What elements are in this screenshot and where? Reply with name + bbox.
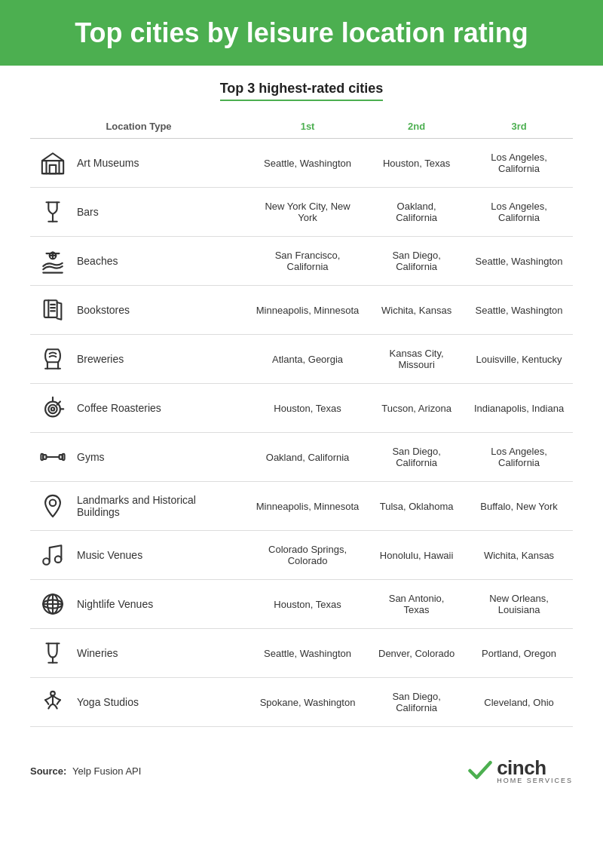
rank-3-nightlife-venues: New Orleans, Louisiana <box>465 580 573 629</box>
table-row: Music VenuesColorado Springs, ColoradoHo… <box>30 531 573 580</box>
rank-1-yoga-studios: Spokane, Washington <box>247 678 368 727</box>
rank-1-gyms: Oakland, California <box>247 433 368 482</box>
rank-1-art-museums: Seattle, Washington <box>247 139 368 188</box>
location-cell-bookstores: Bookstores <box>30 286 247 335</box>
rank-2-art-museums: Houston, Texas <box>368 139 465 188</box>
bookstores-icon <box>38 295 68 325</box>
table-row: BarsNew York City, New YorkOakland, Cali… <box>30 188 573 237</box>
rank-2-bars: Oakland, California <box>368 188 465 237</box>
cinch-logo: cinch HOME SERVICES <box>467 757 573 784</box>
yoga-studios-icon <box>38 687 68 717</box>
nightlife-venues-icon <box>38 589 68 619</box>
rank-2-music-venues: Honolulu, Hawaii <box>368 531 465 580</box>
location-cell-yoga-studios: Yoga Studios <box>30 678 247 727</box>
beaches-icon <box>38 246 68 276</box>
table-row: WineriesSeattle, WashingtonDenver, Color… <box>30 629 573 678</box>
footer: Source: Yelp Fusion API cinch HOME SERVI… <box>0 750 603 799</box>
coffee-roasteries-icon <box>38 393 68 423</box>
location-name-wineries: Wineries <box>77 647 118 659</box>
rank-3-bookstores: Seattle, Washington <box>465 286 573 335</box>
rank-2-wineries: Denver, Colorado <box>368 629 465 678</box>
location-cell-art-museums: Art Museums <box>30 139 247 188</box>
bars-icon <box>38 197 68 227</box>
svg-line-24 <box>57 402 60 405</box>
location-name-nightlife-venues: Nightlife Venues <box>77 598 153 610</box>
svg-point-33 <box>55 557 62 563</box>
location-name-landmarks: Landmarks and Historical Buildings <box>77 494 240 518</box>
location-cell-bars: Bars <box>30 188 247 237</box>
breweries-icon <box>38 344 68 374</box>
location-cell-beaches: Beaches <box>30 237 247 286</box>
location-name-art-museums: Art Museums <box>77 157 139 169</box>
col-header-location: Location Type <box>30 115 247 139</box>
rank-1-breweries: Atlanta, Georgia <box>247 335 368 384</box>
rank-3-art-museums: Los Angeles, California <box>465 139 573 188</box>
col-header-2nd: 2nd <box>368 115 465 139</box>
rank-3-music-venues: Wichita, Kansas <box>465 531 573 580</box>
location-cell-breweries: Breweries <box>30 335 247 384</box>
wineries-icon <box>38 638 68 668</box>
location-cell-nightlife-venues: Nightlife Venues <box>30 580 247 629</box>
rank-3-coffee-roasteries: Indianapolis, Indiana <box>465 384 573 433</box>
rank-3-gyms: Los Angeles, California <box>465 433 573 482</box>
location-name-bookstores: Bookstores <box>77 304 130 316</box>
location-cell-landmarks: Landmarks and Historical Buildings <box>30 482 247 531</box>
svg-point-21 <box>48 405 57 413</box>
header: Top cities by leisure location rating <box>0 0 603 66</box>
page-title: Top cities by leisure location rating <box>30 17 573 49</box>
rank-3-landmarks: Buffalo, New York <box>465 482 573 531</box>
source-value: Yelp Fusion API <box>72 765 141 777</box>
rank-1-beaches: San Francisco, California <box>247 237 368 286</box>
svg-rect-30 <box>63 454 65 461</box>
art-museums-icon <box>38 148 68 178</box>
location-name-bars: Bars <box>77 206 99 218</box>
table-row: BeachesSan Francisco, CaliforniaSan Dieg… <box>30 237 573 286</box>
svg-point-31 <box>50 500 57 507</box>
location-name-breweries: Breweries <box>77 353 124 365</box>
rank-1-coffee-roasteries: Houston, Texas <box>247 384 368 433</box>
subtitle-section: Top 3 highest-rated cities <box>30 81 573 101</box>
rank-2-landmarks: Tulsa, Oklahoma <box>368 482 465 531</box>
svg-point-22 <box>51 407 54 410</box>
rank-3-yoga-studios: Cleveland, Ohio <box>465 678 573 727</box>
svg-rect-29 <box>41 454 43 461</box>
svg-rect-0 <box>42 161 63 173</box>
rank-1-nightlife-venues: Houston, Texas <box>247 580 368 629</box>
location-cell-gyms: Gyms <box>30 433 247 482</box>
landmarks-icon <box>38 491 68 521</box>
source-text: Source: Yelp Fusion API <box>30 765 141 777</box>
rank-2-breweries: Kansas City, Missouri <box>368 335 465 384</box>
table-row: Art MuseumsSeattle, WashingtonHouston, T… <box>30 139 573 188</box>
rank-2-gyms: San Diego, California <box>368 433 465 482</box>
table-row: Landmarks and Historical BuildingsMinnea… <box>30 482 573 531</box>
rank-2-yoga-studios: San Diego, California <box>368 678 465 727</box>
rank-1-landmarks: Minneapolis, Minnesota <box>247 482 368 531</box>
table-row: Nightlife VenuesHouston, TexasSan Antoni… <box>30 580 573 629</box>
table-header-row: Location Type 1st 2nd 3rd <box>30 115 573 139</box>
cinch-checkmark-icon <box>467 757 494 784</box>
location-name-coffee-roasteries: Coffee Roasteries <box>77 402 161 414</box>
col-header-3rd: 3rd <box>465 115 573 139</box>
table-row: BreweriesAtlanta, GeorgiaKansas City, Mi… <box>30 335 573 384</box>
rank-2-nightlife-venues: San Antonio, Texas <box>368 580 465 629</box>
location-cell-music-venues: Music Venues <box>30 531 247 580</box>
rank-1-bars: New York City, New York <box>247 188 368 237</box>
location-name-music-venues: Music Venues <box>77 549 142 561</box>
rank-1-wineries: Seattle, Washington <box>247 629 368 678</box>
ratings-table: Location Type 1st 2nd 3rd Art MuseumsSea… <box>30 115 573 727</box>
gyms-icon <box>38 442 68 472</box>
source-label: Source: <box>30 765 66 777</box>
cinch-brand-text: cinch HOME SERVICES <box>497 758 573 784</box>
rank-2-coffee-roasteries: Tucson, Arizona <box>368 384 465 433</box>
table-row: Yoga StudiosSpokane, WashingtonSan Diego… <box>30 678 573 727</box>
rank-3-breweries: Louisville, Kentucky <box>465 335 573 384</box>
svg-rect-13 <box>44 300 57 317</box>
location-cell-wineries: Wineries <box>30 629 247 678</box>
subtitle: Top 3 highest-rated cities <box>220 81 384 101</box>
location-name-gyms: Gyms <box>77 451 105 463</box>
location-name-beaches: Beaches <box>77 255 118 267</box>
rank-1-music-venues: Colorado Springs, Colorado <box>247 531 368 580</box>
music-venues-icon <box>38 540 68 570</box>
table-row: BookstoresMinneapolis, MinnesotaWichita,… <box>30 286 573 335</box>
rank-3-wineries: Portland, Oregon <box>465 629 573 678</box>
